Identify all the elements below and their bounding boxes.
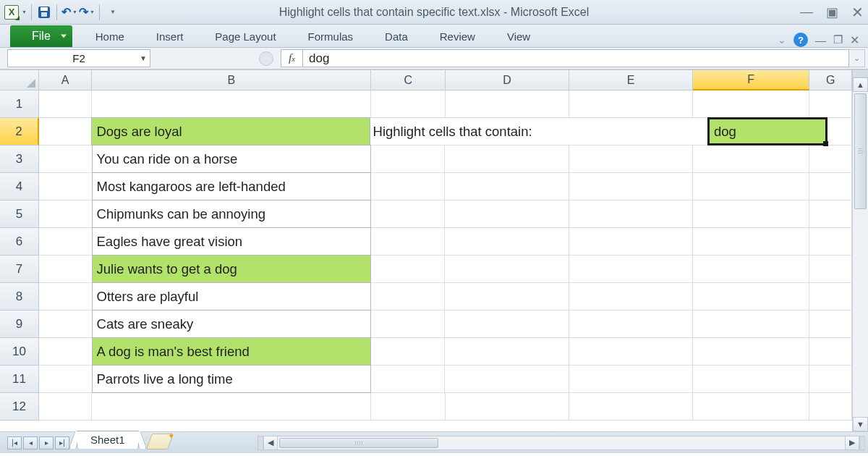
tab-insert[interactable]: Insert — [140, 26, 200, 47]
tab-page-layout[interactable]: Page Layout — [199, 26, 292, 47]
cell-C2[interactable]: Highlight cells that contain: — [370, 118, 446, 145]
cell-B5[interactable]: Chipmunks can be annoying — [92, 200, 371, 228]
redo-button[interactable]: ↷▼ — [79, 4, 95, 20]
tab-view[interactable]: View — [491, 26, 546, 47]
cell-A12[interactable] — [39, 393, 92, 421]
row-header-2[interactable]: 2 — [0, 118, 39, 145]
new-sheet-button[interactable] — [146, 434, 174, 449]
undo-button[interactable]: ↶▼ — [61, 4, 77, 20]
qat-customize-button[interactable]: ▼ — [104, 4, 120, 20]
cell-C10[interactable] — [371, 338, 446, 366]
formula-bar-expand-button[interactable] — [849, 49, 865, 67]
cell-D4[interactable] — [445, 173, 569, 200]
cell-G5[interactable] — [809, 200, 852, 228]
cell-D6[interactable] — [445, 228, 569, 256]
cell-B6[interactable]: Eagles have great vision — [92, 227, 371, 256]
cell-F11[interactable] — [693, 366, 809, 393]
cell-E10[interactable] — [569, 338, 693, 366]
scroll-down-button[interactable]: ▼ — [853, 417, 868, 431]
excel-app-icon[interactable]: X — [4, 5, 19, 20]
cell-F3[interactable] — [693, 145, 809, 173]
row-header-12[interactable]: 12 — [0, 393, 39, 421]
cell-F9[interactable] — [693, 311, 809, 338]
cell-E2[interactable] — [569, 118, 693, 145]
cell-F12[interactable] — [693, 393, 809, 421]
cell-E3[interactable] — [569, 145, 693, 173]
cell-F8[interactable] — [693, 283, 809, 311]
cell-A4[interactable] — [39, 173, 93, 200]
vertical-split-handle[interactable] — [853, 70, 868, 77]
cell-C8[interactable] — [371, 283, 446, 311]
cell-D10[interactable] — [445, 338, 569, 366]
cell-G11[interactable] — [809, 366, 852, 393]
cell-E8[interactable] — [569, 283, 693, 311]
cell-F4[interactable] — [693, 173, 809, 200]
app-menu-dropdown-icon[interactable]: ▼ — [22, 9, 27, 14]
row-header-4[interactable]: 4 — [0, 173, 39, 200]
row-header-8[interactable]: 8 — [0, 283, 39, 311]
column-header-A[interactable]: A — [39, 70, 92, 90]
tab-review[interactable]: Review — [424, 26, 491, 47]
horizontal-split-handle-right[interactable] — [859, 436, 865, 450]
row-header-9[interactable]: 9 — [0, 311, 39, 338]
workbook-restore-button[interactable]: ❐ — [833, 33, 843, 46]
row-header-6[interactable]: 6 — [0, 228, 39, 256]
cell-E6[interactable] — [569, 228, 693, 256]
cell-D7[interactable] — [445, 256, 569, 283]
cell-F6[interactable] — [693, 228, 809, 256]
cell-G3[interactable] — [809, 145, 852, 173]
active-cell-F2[interactable]: dog — [707, 117, 827, 145]
row-header-3[interactable]: 3 — [0, 145, 39, 173]
formula-input[interactable]: dog — [302, 49, 849, 67]
scroll-left-button[interactable]: ◀ — [263, 436, 278, 450]
cell-E1[interactable] — [569, 90, 693, 118]
cell-F7[interactable] — [693, 256, 809, 283]
cell-C3[interactable] — [371, 145, 446, 173]
cell-E11[interactable] — [569, 366, 693, 393]
cell-G12[interactable] — [809, 393, 852, 421]
sheet-nav-prev[interactable]: ◂ — [23, 436, 38, 449]
cell-C11[interactable] — [371, 366, 446, 393]
vertical-scroll-thumb[interactable] — [854, 93, 867, 209]
cell-A8[interactable] — [39, 283, 93, 311]
horizontal-scroll-thumb[interactable] — [279, 438, 438, 448]
cell-B8[interactable]: Otters are playful — [92, 282, 371, 311]
cell-D12[interactable] — [446, 393, 569, 421]
row-header-10[interactable]: 10 — [0, 338, 39, 366]
cell-B10[interactable]: A dog is man's best friend — [92, 337, 371, 366]
cell-E7[interactable] — [569, 256, 693, 283]
cell-F1[interactable] — [693, 90, 809, 118]
column-header-G[interactable]: G — [809, 70, 852, 90]
cell-B9[interactable]: Cats are sneaky — [92, 310, 371, 338]
horizontal-scroll-track[interactable] — [278, 436, 845, 450]
cell-B12[interactable] — [92, 393, 371, 421]
tab-data[interactable]: Data — [369, 26, 424, 47]
cell-G8[interactable] — [809, 283, 852, 311]
cell-G9[interactable] — [809, 311, 852, 338]
workbook-minimize-button[interactable]: — — [815, 34, 826, 46]
cell-D3[interactable] — [445, 145, 569, 173]
cell-C1[interactable] — [371, 90, 446, 118]
scroll-right-button[interactable]: ▶ — [845, 436, 859, 450]
cell-G7[interactable] — [809, 256, 852, 283]
cell-B1[interactable] — [92, 90, 371, 118]
tab-formulas[interactable]: Formulas — [292, 26, 370, 47]
cell-E12[interactable] — [569, 393, 693, 421]
cell-A1[interactable] — [39, 90, 92, 118]
select-all-corner[interactable] — [0, 70, 39, 90]
cell-A6[interactable] — [39, 228, 93, 256]
cell-B3[interactable]: You can ride on a horse — [92, 145, 371, 173]
cell-A7[interactable] — [39, 256, 93, 283]
horizontal-split-handle[interactable] — [258, 436, 263, 450]
cell-F10[interactable] — [693, 338, 809, 366]
cell-C4[interactable] — [371, 173, 446, 200]
insert-function-button[interactable]: fx — [281, 49, 302, 67]
sheet-nav-last[interactable]: ▸| — [55, 436, 69, 449]
cell-G6[interactable] — [809, 228, 852, 256]
cell-C9[interactable] — [371, 311, 446, 338]
cell-D5[interactable] — [445, 200, 569, 228]
tab-home[interactable]: Home — [80, 26, 140, 47]
help-button[interactable]: ? — [793, 33, 808, 47]
sheet-nav-next[interactable]: ▸ — [39, 436, 54, 449]
maximize-button[interactable]: ▣ — [826, 4, 838, 20]
